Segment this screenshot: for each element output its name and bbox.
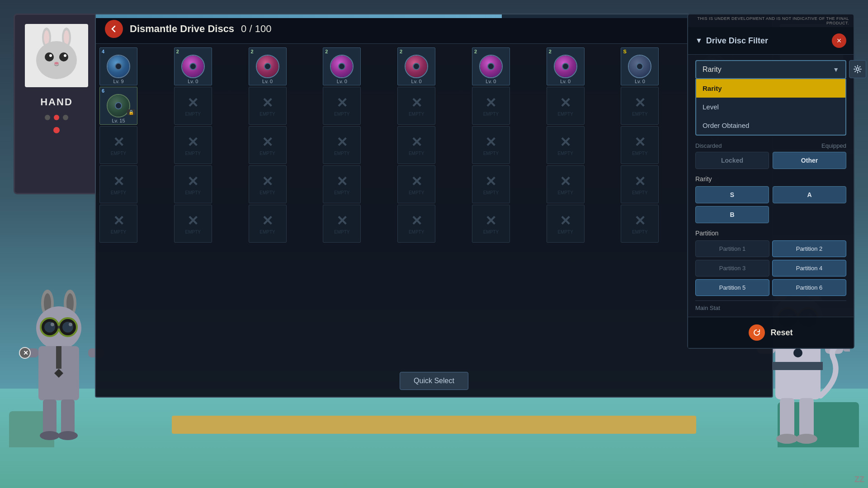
disc-slot-4-7[interactable]: ✕EMPTY bbox=[547, 165, 585, 203]
other-button[interactable]: Other bbox=[773, 152, 846, 169]
svg-rect-27 bbox=[43, 399, 57, 436]
main-content: 4 Lv. 9 2 Lv. 0 bbox=[96, 44, 772, 397]
disc-slot-1-7[interactable]: 2 Lv. 0 bbox=[547, 47, 585, 85]
disc-slot-5-6[interactable]: ✕EMPTY bbox=[472, 205, 510, 243]
partition-5-button[interactable]: Partition 5 bbox=[695, 279, 769, 296]
disc-slot-1-2[interactable]: 2 Lv. 0 bbox=[174, 47, 212, 85]
tv-screen-left bbox=[25, 24, 88, 87]
disc-slot-5-8[interactable]: ✕EMPTY bbox=[621, 205, 659, 243]
partition-6-button[interactable]: Partition 6 bbox=[772, 279, 846, 296]
disc-icon bbox=[181, 55, 205, 78]
empty-x: ✕ bbox=[485, 174, 496, 189]
close-filter-button[interactable]: × bbox=[832, 33, 846, 48]
disc-slot-4-1[interactable]: ✕EMPTY bbox=[99, 165, 137, 203]
rarity-b-button[interactable]: B bbox=[695, 206, 769, 223]
rarity-s-button[interactable]: S bbox=[695, 186, 769, 203]
partition-3-button[interactable]: Partition 3 bbox=[695, 260, 769, 277]
tv-dot-1 bbox=[45, 115, 50, 120]
disc-slot-5-5[interactable]: ✕EMPTY bbox=[397, 205, 435, 243]
disc-level-label: Lv. 0 bbox=[262, 79, 273, 84]
lock-icon: 🔒 bbox=[127, 109, 135, 115]
disc-slot-3-3[interactable]: ✕EMPTY bbox=[249, 126, 287, 164]
sort-dropdown[interactable]: Rarity ▼ bbox=[695, 60, 846, 79]
disc-slot-1-6[interactable]: 2 Lv. 0 bbox=[472, 47, 510, 85]
empty-label: EMPTY bbox=[632, 112, 647, 117]
partition-4-button[interactable]: Partition 4 bbox=[772, 260, 846, 277]
disc-level-label: Lv. 0 bbox=[635, 79, 645, 84]
svg-point-29 bbox=[40, 431, 60, 440]
disc-inner bbox=[487, 63, 495, 70]
disc-slot-2-4[interactable]: ✕ EMPTY bbox=[323, 87, 361, 125]
bunny-face-graphic bbox=[29, 26, 84, 85]
quick-select-button[interactable]: Quick Select bbox=[400, 372, 468, 390]
disc-slot-2-5[interactable]: ✕ EMPTY bbox=[397, 87, 435, 125]
disc-slot-3-1[interactable]: ✕EMPTY bbox=[99, 126, 137, 164]
empty-label: EMPTY bbox=[409, 112, 424, 117]
empty-label: EMPTY bbox=[483, 190, 499, 195]
empty-x: ✕ bbox=[336, 134, 348, 150]
disc-slot-3-5[interactable]: ✕EMPTY bbox=[397, 126, 435, 164]
disc-slot-1-5[interactable]: 2 Lv. 0 bbox=[397, 47, 435, 85]
disc-slot-2-8[interactable]: ✕ EMPTY bbox=[621, 87, 659, 125]
empty-x: ✕ bbox=[262, 213, 273, 229]
disc-slot-4-4[interactable]: ✕EMPTY bbox=[323, 165, 361, 203]
disc-slot-3-8[interactable]: ✕EMPTY bbox=[621, 126, 659, 164]
disc-slot-5-4[interactable]: ✕EMPTY bbox=[323, 205, 361, 243]
disc-slot-1-8[interactable]: S Lv. 0 bbox=[621, 47, 659, 85]
svg-rect-28 bbox=[61, 399, 75, 436]
svg-point-57 bbox=[793, 348, 802, 357]
empty-x: ✕ bbox=[262, 134, 273, 150]
dropdown-option-rarity[interactable]: Rarity bbox=[696, 79, 845, 98]
disc-slot-2-1[interactable]: 6 Lv. 15 🔒 bbox=[99, 87, 137, 125]
empty-x: ✕ bbox=[634, 174, 646, 189]
panel-header: Dismantle Drive Discs 0 / 100 bbox=[96, 14, 772, 44]
disc-slot-3-6[interactable]: ✕EMPTY bbox=[472, 126, 510, 164]
disc-slot-4-6[interactable]: ✕EMPTY bbox=[472, 165, 510, 203]
filter-title-row: ▼ Drive Disc Filter bbox=[695, 36, 768, 46]
disc-slot-5-1[interactable]: ✕EMPTY bbox=[99, 205, 137, 243]
disc-slot-1-1[interactable]: 4 Lv. 9 bbox=[99, 47, 137, 85]
partition-1-button[interactable]: Partition 1 bbox=[695, 240, 769, 257]
disc-slot-2-3[interactable]: ✕ EMPTY bbox=[249, 87, 287, 125]
disc-slot-2-2[interactable]: ✕ EMPTY bbox=[174, 87, 212, 125]
disc-slot-5-2[interactable]: ✕EMPTY bbox=[174, 205, 212, 243]
rarity-btn-row-2: B bbox=[695, 206, 846, 223]
disc-slot-1-4[interactable]: 2 Lv. 0 bbox=[323, 47, 361, 85]
disc-inner bbox=[562, 63, 569, 70]
empty-label: EMPTY bbox=[111, 190, 126, 195]
empty-x: ✕ bbox=[336, 213, 348, 229]
disc-slot-5-7[interactable]: ✕EMPTY bbox=[547, 205, 585, 243]
rarity-a-button[interactable]: A bbox=[773, 186, 846, 203]
back-button[interactable] bbox=[105, 20, 123, 38]
disc-slot-4-2[interactable]: ✕EMPTY bbox=[174, 165, 212, 203]
empty-label: EMPTY bbox=[259, 112, 275, 117]
panel-title: Dismantle Drive Discs bbox=[130, 23, 234, 35]
dev-notice: THIS IS UNDER DEVELOPMENT AND IS NOT IND… bbox=[688, 14, 854, 27]
disc-slot-4-8[interactable]: ✕EMPTY bbox=[621, 165, 659, 203]
disc-slot-2-6[interactable]: ✕ EMPTY bbox=[472, 87, 510, 125]
disc-slot-2-7[interactable]: ✕ EMPTY bbox=[547, 87, 585, 125]
disc-inner bbox=[115, 102, 122, 109]
disc-slot-4-5[interactable]: ✕EMPTY bbox=[397, 165, 435, 203]
disc-slot-3-7[interactable]: ✕EMPTY bbox=[547, 126, 585, 164]
settings-button[interactable] bbox=[849, 60, 866, 78]
partition-2-button[interactable]: Partition 2 bbox=[772, 240, 846, 257]
svg-point-8 bbox=[64, 54, 66, 57]
disc-slot-3-2[interactable]: ✕EMPTY bbox=[174, 126, 212, 164]
dropdown-option-order[interactable]: Order Obtained bbox=[696, 116, 845, 135]
disc-slot-1-3[interactable]: 2 Lv. 0 bbox=[249, 47, 287, 85]
dropdown-option-level[interactable]: Level bbox=[696, 98, 845, 116]
empty-x: ✕ bbox=[411, 213, 422, 229]
empty-label: EMPTY bbox=[334, 112, 349, 117]
empty-x: ✕ bbox=[634, 134, 646, 150]
svg-point-30 bbox=[58, 431, 78, 440]
reset-label[interactable]: Reset bbox=[770, 328, 793, 338]
empty-x: ✕ bbox=[634, 95, 646, 111]
empty-label: EMPTY bbox=[632, 230, 647, 235]
disc-slot-4-3[interactable]: ✕EMPTY bbox=[249, 165, 287, 203]
disc-slot-3-4[interactable]: ✕EMPTY bbox=[323, 126, 361, 164]
disc-level-label: Lv. 0 bbox=[337, 79, 347, 84]
empty-label: EMPTY bbox=[334, 151, 349, 156]
locked-button[interactable]: Locked bbox=[695, 152, 769, 169]
disc-slot-5-3[interactable]: ✕EMPTY bbox=[249, 205, 287, 243]
